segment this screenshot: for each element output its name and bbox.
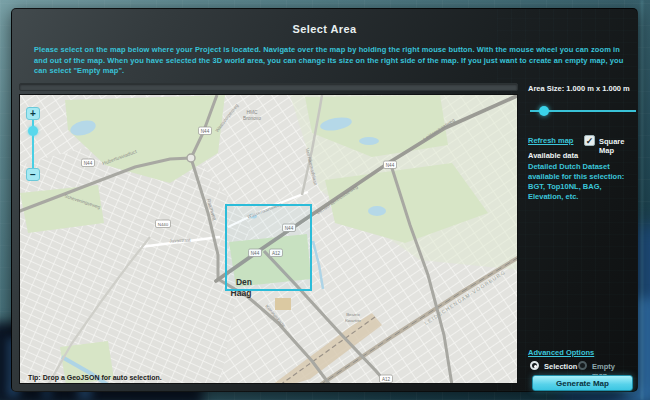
location-search-input[interactable] — [19, 83, 518, 91]
svg-text:A12: A12 — [382, 377, 391, 382]
advanced-options-link[interactable]: Advanced Options — [528, 348, 594, 357]
map-label-district: Kwartier — [345, 318, 362, 323]
select-area-dialog: Select Area Please select on the map bel… — [11, 8, 638, 392]
map-building-block — [275, 298, 291, 310]
instructions-text: Please select on the map below where you… — [34, 45, 630, 77]
checkmark-icon: ✓ — [586, 136, 594, 146]
map-water — [368, 206, 386, 216]
map-zoom-out-button[interactable]: − — [26, 168, 40, 181]
map-label-bronovo: Bronovo — [243, 116, 261, 121]
road-shield: N440 — [156, 220, 171, 228]
svg-text:N44: N44 — [201, 129, 210, 134]
area-size-slider-handle[interactable] — [539, 106, 549, 116]
road-shield: N44 — [82, 159, 95, 167]
map-canvas: HMC Bronovo Hubertusviaduct Raamweg Beno… — [20, 95, 518, 384]
area-selection-rectangle[interactable] — [226, 205, 311, 290]
svg-text:N44: N44 — [84, 161, 93, 166]
square-map-label: Square Map — [599, 137, 637, 155]
map-zoom-control: + − — [26, 107, 40, 181]
selection-radio[interactable] — [530, 361, 539, 370]
area-size-label: Area Size: 1.000 m x 1.000 m — [528, 84, 630, 93]
road-shield: A12 — [380, 375, 393, 383]
road-shield: N44 — [199, 127, 212, 135]
svg-text:N440: N440 — [158, 222, 169, 227]
map-label-hmc: HMC — [247, 110, 258, 115]
generate-map-button[interactable]: Generate Map — [532, 375, 633, 391]
available-data-title: Available data — [528, 151, 578, 160]
selection-radio-label: Selection — [544, 362, 577, 371]
area-size-slider[interactable] — [530, 104, 636, 118]
background-art — [641, 0, 643, 400]
map-label-district: Beatrix — [346, 312, 360, 317]
refresh-map-link[interactable]: Refresh map — [528, 136, 573, 145]
empty-map-radio[interactable] — [578, 361, 587, 370]
map-zoom-slider-handle[interactable] — [28, 126, 38, 136]
svg-text:N44: N44 — [386, 163, 395, 168]
desktop-background: Select Area Please select on the map bel… — [0, 0, 650, 400]
map-zoom-slider[interactable] — [32, 120, 34, 168]
square-map-checkbox[interactable]: ✓ — [584, 135, 595, 146]
available-data-text: Detailed Dutch Dataset available for thi… — [528, 162, 636, 202]
map-tip-text: Tip: Drop a GeoJSON for auto selection. — [28, 374, 162, 381]
map-viewport[interactable]: HMC Bronovo Hubertusviaduct Raamweg Beno… — [19, 94, 518, 384]
map-water — [359, 137, 379, 145]
map-zoom-in-button[interactable]: + — [26, 107, 40, 120]
map-roundabout — [187, 154, 195, 162]
road-shield: N44 — [384, 161, 397, 169]
dialog-title: Select Area — [12, 23, 637, 35]
